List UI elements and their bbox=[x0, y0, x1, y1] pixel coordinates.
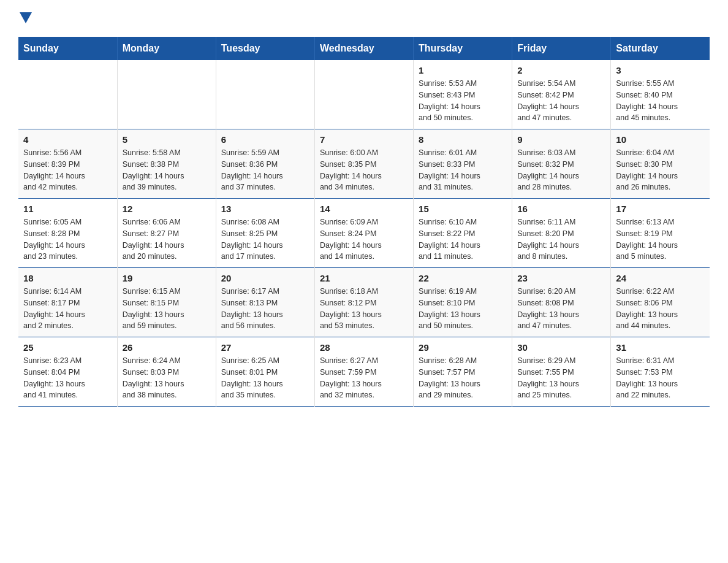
week-row-4: 18Sunrise: 6:14 AM Sunset: 8:17 PM Dayli… bbox=[18, 268, 710, 337]
day-number: 10 bbox=[616, 134, 705, 145]
day-info: Sunrise: 6:15 AM Sunset: 8:15 PM Dayligh… bbox=[123, 286, 211, 332]
day-info: Sunrise: 6:24 AM Sunset: 8:03 PM Dayligh… bbox=[123, 355, 211, 401]
header-monday: Monday bbox=[117, 37, 216, 60]
day-number: 28 bbox=[320, 342, 408, 353]
calendar-cell: 18Sunrise: 6:14 AM Sunset: 8:17 PM Dayli… bbox=[18, 268, 117, 337]
header-sunday: Sunday bbox=[18, 37, 117, 60]
day-info: Sunrise: 6:31 AM Sunset: 7:53 PM Dayligh… bbox=[616, 355, 705, 401]
day-info: Sunrise: 6:19 AM Sunset: 8:10 PM Dayligh… bbox=[419, 286, 507, 332]
day-number: 4 bbox=[23, 134, 112, 145]
calendar-cell: 8Sunrise: 6:01 AM Sunset: 8:33 PM Daylig… bbox=[414, 129, 512, 199]
logo-triangle-icon bbox=[20, 12, 32, 25]
calendar-cell: 26Sunrise: 6:24 AM Sunset: 8:03 PM Dayli… bbox=[117, 337, 216, 407]
calendar-cell bbox=[117, 60, 216, 129]
day-info: Sunrise: 6:23 AM Sunset: 8:04 PM Dayligh… bbox=[23, 355, 112, 401]
day-number: 20 bbox=[221, 273, 309, 283]
header-tuesday: Tuesday bbox=[216, 37, 314, 60]
calendar-cell: 21Sunrise: 6:18 AM Sunset: 8:12 PM Dayli… bbox=[314, 268, 413, 337]
day-number: 29 bbox=[419, 342, 507, 353]
day-number: 9 bbox=[517, 134, 605, 145]
day-info: Sunrise: 6:06 AM Sunset: 8:27 PM Dayligh… bbox=[123, 216, 211, 262]
calendar-cell: 15Sunrise: 6:10 AM Sunset: 8:22 PM Dayli… bbox=[414, 199, 512, 268]
calendar-table: SundayMondayTuesdayWednesdayThursdayFrid… bbox=[18, 37, 710, 407]
day-number: 26 bbox=[123, 342, 211, 353]
day-number: 8 bbox=[419, 134, 507, 145]
day-number: 5 bbox=[123, 134, 211, 145]
header-wednesday: Wednesday bbox=[314, 37, 413, 60]
header-saturday: Saturday bbox=[611, 37, 710, 60]
calendar-cell: 12Sunrise: 6:06 AM Sunset: 8:27 PM Dayli… bbox=[117, 199, 216, 268]
calendar-cell: 19Sunrise: 6:15 AM Sunset: 8:15 PM Dayli… bbox=[117, 268, 216, 337]
calendar-header-row: SundayMondayTuesdayWednesdayThursdayFrid… bbox=[18, 37, 710, 60]
day-info: Sunrise: 6:18 AM Sunset: 8:12 PM Dayligh… bbox=[320, 286, 408, 332]
day-number: 16 bbox=[517, 204, 605, 214]
day-number: 24 bbox=[616, 273, 705, 283]
day-info: Sunrise: 6:00 AM Sunset: 8:35 PM Dayligh… bbox=[320, 147, 408, 193]
day-info: Sunrise: 6:17 AM Sunset: 8:13 PM Dayligh… bbox=[221, 286, 309, 332]
day-number: 13 bbox=[221, 204, 309, 214]
day-number: 18 bbox=[23, 273, 112, 283]
calendar-cell: 4Sunrise: 5:56 AM Sunset: 8:39 PM Daylig… bbox=[18, 129, 117, 199]
header-friday: Friday bbox=[512, 37, 611, 60]
week-row-1: 1Sunrise: 5:53 AM Sunset: 8:43 PM Daylig… bbox=[18, 60, 710, 129]
day-info: Sunrise: 5:59 AM Sunset: 8:36 PM Dayligh… bbox=[221, 147, 309, 193]
calendar-cell: 3Sunrise: 5:55 AM Sunset: 8:40 PM Daylig… bbox=[611, 60, 710, 129]
day-info: Sunrise: 5:56 AM Sunset: 8:39 PM Dayligh… bbox=[23, 147, 112, 193]
day-info: Sunrise: 5:55 AM Sunset: 8:40 PM Dayligh… bbox=[616, 78, 705, 124]
calendar-cell: 1Sunrise: 5:53 AM Sunset: 8:43 PM Daylig… bbox=[414, 60, 512, 129]
day-info: Sunrise: 6:14 AM Sunset: 8:17 PM Dayligh… bbox=[23, 286, 112, 332]
calendar-cell: 6Sunrise: 5:59 AM Sunset: 8:36 PM Daylig… bbox=[216, 129, 314, 199]
calendar-cell bbox=[18, 60, 117, 129]
day-number: 27 bbox=[221, 342, 309, 353]
week-row-2: 4Sunrise: 5:56 AM Sunset: 8:39 PM Daylig… bbox=[18, 129, 710, 199]
calendar-cell: 10Sunrise: 6:04 AM Sunset: 8:30 PM Dayli… bbox=[611, 129, 710, 199]
week-row-3: 11Sunrise: 6:05 AM Sunset: 8:28 PM Dayli… bbox=[18, 199, 710, 268]
week-row-5: 25Sunrise: 6:23 AM Sunset: 8:04 PM Dayli… bbox=[18, 337, 710, 407]
day-info: Sunrise: 6:08 AM Sunset: 8:25 PM Dayligh… bbox=[221, 216, 309, 262]
day-number: 7 bbox=[320, 134, 408, 145]
day-info: Sunrise: 6:20 AM Sunset: 8:08 PM Dayligh… bbox=[517, 286, 605, 332]
calendar-cell: 27Sunrise: 6:25 AM Sunset: 8:01 PM Dayli… bbox=[216, 337, 314, 407]
day-info: Sunrise: 6:04 AM Sunset: 8:30 PM Dayligh… bbox=[616, 147, 705, 193]
calendar-cell: 11Sunrise: 6:05 AM Sunset: 8:28 PM Dayli… bbox=[18, 199, 117, 268]
calendar-cell: 31Sunrise: 6:31 AM Sunset: 7:53 PM Dayli… bbox=[611, 337, 710, 407]
calendar-cell: 28Sunrise: 6:27 AM Sunset: 7:59 PM Dayli… bbox=[314, 337, 413, 407]
calendar-cell: 13Sunrise: 6:08 AM Sunset: 8:25 PM Dayli… bbox=[216, 199, 314, 268]
calendar-cell: 29Sunrise: 6:28 AM Sunset: 7:57 PM Dayli… bbox=[414, 337, 512, 407]
header-thursday: Thursday bbox=[414, 37, 512, 60]
day-number: 31 bbox=[616, 342, 705, 353]
calendar-cell bbox=[314, 60, 413, 129]
calendar-cell: 22Sunrise: 6:19 AM Sunset: 8:10 PM Dayli… bbox=[414, 268, 512, 337]
day-number: 17 bbox=[616, 204, 705, 214]
day-number: 12 bbox=[123, 204, 211, 214]
calendar-cell bbox=[216, 60, 314, 129]
calendar-cell: 9Sunrise: 6:03 AM Sunset: 8:32 PM Daylig… bbox=[512, 129, 611, 199]
day-info: Sunrise: 6:03 AM Sunset: 8:32 PM Dayligh… bbox=[517, 147, 605, 193]
day-info: Sunrise: 5:53 AM Sunset: 8:43 PM Dayligh… bbox=[419, 78, 507, 124]
calendar-cell: 2Sunrise: 5:54 AM Sunset: 8:42 PM Daylig… bbox=[512, 60, 611, 129]
svg-marker-0 bbox=[20, 12, 32, 23]
day-info: Sunrise: 6:25 AM Sunset: 8:01 PM Dayligh… bbox=[221, 355, 309, 401]
calendar-cell: 20Sunrise: 6:17 AM Sunset: 8:13 PM Dayli… bbox=[216, 268, 314, 337]
calendar-cell: 30Sunrise: 6:29 AM Sunset: 7:55 PM Dayli… bbox=[512, 337, 611, 407]
day-number: 11 bbox=[23, 204, 112, 214]
calendar-cell: 7Sunrise: 6:00 AM Sunset: 8:35 PM Daylig… bbox=[314, 129, 413, 199]
day-info: Sunrise: 6:05 AM Sunset: 8:28 PM Dayligh… bbox=[23, 216, 112, 262]
day-info: Sunrise: 6:09 AM Sunset: 8:24 PM Dayligh… bbox=[320, 216, 408, 262]
logo bbox=[18, 12, 32, 27]
day-number: 6 bbox=[221, 134, 309, 145]
calendar-cell: 5Sunrise: 5:58 AM Sunset: 8:38 PM Daylig… bbox=[117, 129, 216, 199]
day-info: Sunrise: 5:58 AM Sunset: 8:38 PM Dayligh… bbox=[123, 147, 211, 193]
day-info: Sunrise: 6:11 AM Sunset: 8:20 PM Dayligh… bbox=[517, 216, 605, 262]
day-info: Sunrise: 6:22 AM Sunset: 8:06 PM Dayligh… bbox=[616, 286, 705, 332]
day-number: 2 bbox=[517, 65, 605, 75]
day-info: Sunrise: 6:01 AM Sunset: 8:33 PM Dayligh… bbox=[419, 147, 507, 193]
day-number: 19 bbox=[123, 273, 211, 283]
calendar-cell: 17Sunrise: 6:13 AM Sunset: 8:19 PM Dayli… bbox=[611, 199, 710, 268]
day-info: Sunrise: 6:27 AM Sunset: 7:59 PM Dayligh… bbox=[320, 355, 408, 401]
day-number: 23 bbox=[517, 273, 605, 283]
day-number: 30 bbox=[517, 342, 605, 353]
day-info: Sunrise: 6:10 AM Sunset: 8:22 PM Dayligh… bbox=[419, 216, 507, 262]
day-info: Sunrise: 5:54 AM Sunset: 8:42 PM Dayligh… bbox=[517, 78, 605, 124]
day-number: 15 bbox=[419, 204, 507, 214]
